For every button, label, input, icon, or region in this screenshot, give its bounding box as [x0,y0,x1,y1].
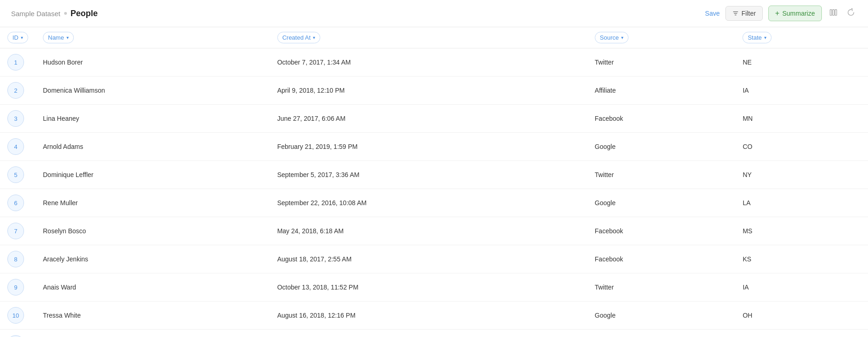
cell-name: Hudson Borer [36,48,270,77]
col-id-chevron: ▾ [21,35,23,40]
summarize-button[interactable]: + Summarize [768,6,822,21]
col-state-label: State [748,34,761,41]
col-source-label: Source [600,34,619,41]
table-row: 1Hudson BorerOctober 7, 2017, 1:34 AMTwi… [0,48,868,77]
table-row: 2Domenica WilliamsonApril 9, 2018, 12:10… [0,77,868,105]
table-row: 11Lolita SchaeferMarch 19, 2018, 7:17 AM… [0,330,868,337]
svg-rect-4 [832,9,834,15]
col-created-at-label: Created At [282,34,311,41]
cell-created-at: March 19, 2018, 7:17 AM [270,330,587,337]
cell-id: 8 [0,245,36,273]
table-row: 9Anais WardOctober 13, 2018, 11:52 PMTwi… [0,273,868,302]
cell-id: 10 [0,302,36,330]
filter-label: Filter [742,10,756,17]
cell-created-at: June 27, 2017, 6:06 AM [270,105,587,133]
col-source-header-button[interactable]: Source ▾ [595,32,629,43]
cell-id: 4 [0,133,36,161]
cell-created-at: August 16, 2018, 12:16 PM [270,302,587,330]
cell-created-at: May 24, 2018, 6:18 AM [270,217,587,245]
cell-source: Google [587,302,736,330]
row-id-badge: 1 [7,54,24,71]
cell-id: 6 [0,189,36,217]
cell-name: Lina Heaney [36,105,270,133]
cell-created-at: October 7, 2017, 1:34 AM [270,48,587,77]
col-state-header-button[interactable]: State ▾ [742,32,771,43]
col-id-label: ID [12,34,18,41]
cell-name: Anais Ward [36,273,270,302]
col-name-header-button[interactable]: Name ▾ [43,32,74,43]
cell-source: Twitter [587,48,736,77]
cell-source: Facebook [587,105,736,133]
filter-button[interactable]: Filter [725,6,763,21]
table-row: 5Dominique LefflerSeptember 5, 2017, 3:3… [0,161,868,189]
cell-state: OH [735,302,868,330]
table-container: ID ▾ Name ▾ Created At ▾ [0,27,868,337]
cell-created-at: August 18, 2017, 2:55 AM [270,245,587,273]
cell-id: 5 [0,161,36,189]
col-name-chevron: ▾ [66,35,69,40]
cell-name: Domenica Williamson [36,77,270,105]
cell-created-at: September 5, 2017, 3:36 AM [270,161,587,189]
cell-state: NY [735,161,868,189]
col-name-label: Name [48,34,64,41]
cell-state: IA [735,77,868,105]
table-row: 3Lina HeaneyJune 27, 2017, 6:06 AMFacebo… [0,105,868,133]
col-created-at-header-button[interactable]: Created At ▾ [277,32,320,43]
cell-state: NE [735,48,868,77]
col-id-header-button[interactable]: ID ▾ [7,32,28,43]
cell-state: LA [735,189,868,217]
cell-created-at: September 22, 2016, 10:08 AM [270,189,587,217]
col-source-chevron: ▾ [621,35,623,40]
header: Sample Dataset People Save Filter + Summ… [0,0,868,27]
filter-icon [732,10,739,17]
cell-source: Facebook [587,245,736,273]
cell-name: Rene Muller [36,189,270,217]
cell-id: 9 [0,273,36,302]
row-id-badge: 5 [7,166,24,183]
cell-source: Affiliate [587,77,736,105]
cell-name: Roselyn Bosco [36,217,270,245]
header-right: Save Filter + Summarize [705,6,857,21]
svg-rect-5 [835,9,837,15]
cell-source: Facebook [587,217,736,245]
row-id-badge: 7 [7,223,24,239]
row-id-badge: 10 [7,307,24,324]
th-source: Source ▾ [587,27,736,48]
refresh-button[interactable] [845,6,857,21]
cell-name: Arnold Adams [36,133,270,161]
dataset-name: Sample Dataset [11,10,60,18]
cell-source: Facebook [587,330,736,337]
table-row: 8Aracely JenkinsAugust 18, 2017, 2:55 AM… [0,245,868,273]
row-id-badge: 6 [7,195,24,211]
cell-source: Twitter [587,273,736,302]
cell-source: Google [587,133,736,161]
cell-created-at: April 9, 2018, 12:10 PM [270,77,587,105]
summarize-label: Summarize [782,10,815,17]
table-row: 10Tressa WhiteAugust 16, 2018, 12:16 PMG… [0,302,868,330]
cell-created-at: October 13, 2018, 11:52 PM [270,273,587,302]
row-id-badge: 3 [7,110,24,127]
cell-source: Twitter [587,161,736,189]
row-id-badge: 11 [7,335,24,337]
cell-id: 3 [0,105,36,133]
cell-id: 11 [0,330,36,337]
row-id-badge: 4 [7,138,24,155]
data-table: ID ▾ Name ▾ Created At ▾ [0,27,868,337]
cell-name: Lolita Schaefer [36,330,270,337]
row-id-badge: 8 [7,251,24,267]
save-button[interactable]: Save [705,10,720,17]
table-row: 4Arnold AdamsFebruary 21, 2019, 1:59 PMG… [0,133,868,161]
th-name: Name ▾ [36,27,270,48]
cell-name: Tressa White [36,302,270,330]
table-row: 7Roselyn BoscoMay 24, 2018, 6:18 AMFaceb… [0,217,868,245]
svg-rect-3 [830,9,832,15]
cell-state: MS [735,217,868,245]
th-state: State ▾ [735,27,868,48]
page-title: People [71,9,98,18]
cell-id: 7 [0,217,36,245]
table-row: 6Rene MullerSeptember 22, 2016, 10:08 AM… [0,189,868,217]
columns-button[interactable] [827,6,839,21]
columns-icon [829,8,838,17]
cell-id: 1 [0,48,36,77]
refresh-icon [847,8,855,17]
